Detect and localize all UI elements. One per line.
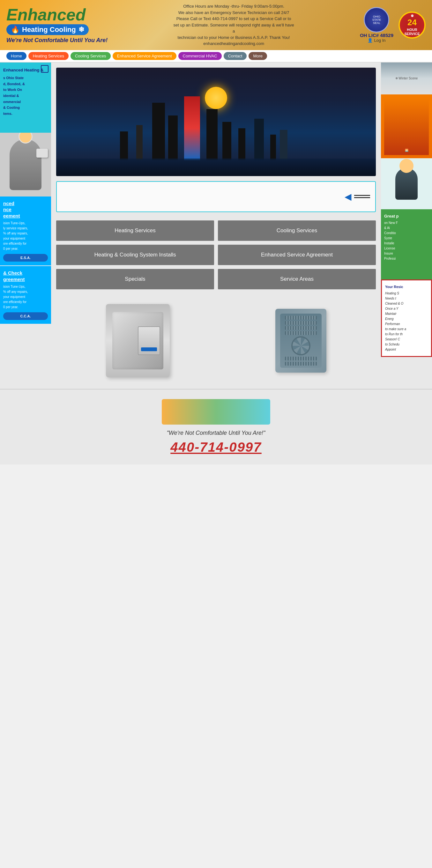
licensed-title: Enhanced Heating & xyxy=(3,67,48,73)
state-seal: OHIOSTATESEAL xyxy=(364,7,389,33)
lic-number: OH LIC# 48529 xyxy=(360,33,393,38)
right-technician-image xyxy=(381,158,432,209)
header: Enhanced 🔥 Heating Cooling ❄ We're Not C… xyxy=(0,0,432,50)
slide-arrow: ◀ xyxy=(345,191,370,202)
ac-grill-4 xyxy=(285,331,317,335)
building-6 xyxy=(238,128,245,160)
login-button[interactable]: 👤 Log In xyxy=(368,38,385,43)
tech-body xyxy=(395,168,418,200)
ac-grill-1 xyxy=(285,316,317,320)
nav-service-agreement[interactable]: Enhanced Service Agreement xyxy=(113,52,177,60)
hero-skyline xyxy=(56,68,376,176)
building-4 xyxy=(207,109,218,160)
ac-grill-5 xyxy=(285,356,317,361)
esa-button[interactable]: E.S.A. xyxy=(3,254,48,261)
esa-details: ision Tune-Ups, ly service repairs, % of… xyxy=(3,221,48,251)
building-3-tower xyxy=(184,96,200,160)
sunset-scene: 🌅 xyxy=(384,98,429,155)
ac-unit-body xyxy=(280,314,321,368)
snowflake-icon: ❄ xyxy=(79,26,84,34)
arrow-line-1 xyxy=(354,195,370,196)
furnace-image xyxy=(106,304,170,377)
red-promo-title: Your Resic xyxy=(385,284,428,290)
login-label: Log In xyxy=(374,38,385,43)
right-promo-red: Your Resic Heating S Needs t Cleaned & O… xyxy=(381,279,432,357)
installs-button[interactable]: Heating & Cooling System Installs xyxy=(56,245,214,265)
logo-sub-text: Heating Cooling xyxy=(22,26,76,34)
building-2 xyxy=(168,116,178,160)
sidebar-licensed-info: Enhanced Heating & s Ohio State d, Bonde… xyxy=(0,63,51,133)
nav-cooling[interactable]: Cooling Services xyxy=(70,52,111,60)
website-text: enhancedheatingandcooling.com xyxy=(173,40,295,47)
hour24-badge: ⏰ 24 HOUR SERVICE xyxy=(399,11,426,39)
licensed-lines: s Ohio State d, Bonded, & to Work On ide… xyxy=(3,75,48,117)
main-wrapper: Enhanced Heating & s Ohio State d, Bonde… xyxy=(0,63,432,389)
footer-tagline: "We're Not Comfortable Until You Are!" xyxy=(166,430,265,436)
nav-home[interactable]: Home xyxy=(6,52,27,60)
heating-services-button[interactable]: Heating Services xyxy=(56,220,214,241)
right-sidebar: ❄ Winter Scene 🌅 Great p on New F & Ai C… xyxy=(381,63,432,389)
sunset-label: 🌅 xyxy=(405,149,408,152)
sidebar-esa: ncednceeement ision Tune-Ups, ly service… xyxy=(0,196,51,266)
logo-area: Enhanced 🔥 Heating Cooling ❄ We're Not C… xyxy=(6,6,107,44)
service-areas-button[interactable]: Service Areas xyxy=(218,269,376,289)
hero-image xyxy=(56,68,376,176)
equipment-row xyxy=(56,298,376,384)
building-11 xyxy=(280,130,287,160)
building-9 xyxy=(254,119,264,160)
building-7 xyxy=(120,131,128,160)
tagline: We're Not Comfortable Until You Are! xyxy=(6,37,107,44)
user-icon: 👤 xyxy=(368,38,373,43)
building-8 xyxy=(136,125,143,160)
ac-grill-3 xyxy=(285,326,317,330)
sidebar-cca: & Checkgreement ision Tune-Ups, % off an… xyxy=(0,266,51,324)
nav-commercial[interactable]: Commercial HVAC xyxy=(178,52,222,60)
ac-unit-image xyxy=(275,309,327,373)
nav-more[interactable]: More xyxy=(249,52,267,60)
nav-contact[interactable]: Contact xyxy=(224,52,247,60)
moon-decoration xyxy=(205,87,227,109)
flame-icon: 🔥 xyxy=(11,26,20,34)
sidebar-thermostat-image xyxy=(0,133,51,196)
right-top-image: ❄ Winter Scene xyxy=(381,63,432,94)
footer-logo-row xyxy=(162,399,270,425)
service-text: SERVICE xyxy=(404,32,420,36)
logo-enhanced: Enhanced xyxy=(6,6,86,23)
slide-indicator: ◀ xyxy=(56,181,376,212)
header-center-info: Office Hours are Monday -thru- Friday 9:… xyxy=(173,3,295,47)
building-1 xyxy=(152,103,165,160)
nav-heating[interactable]: Heating Services xyxy=(28,52,69,60)
specials-button[interactable]: Specials xyxy=(56,269,214,289)
arrow-left-icon[interactable]: ◀ xyxy=(345,191,351,202)
technician-text: technician out to your Home or Business … xyxy=(173,34,295,41)
ac-grill-2 xyxy=(285,321,317,325)
building-5 xyxy=(222,122,231,160)
center-content: ◀ Heating Services Cooling Services Heat… xyxy=(51,63,381,389)
building-10 xyxy=(270,135,276,160)
agreement-button[interactable]: Enhanced Service Agreement xyxy=(218,245,376,265)
hour24-number: 24 xyxy=(407,18,417,27)
furnace-body xyxy=(112,312,163,369)
cooling-services-button[interactable]: Cooling Services xyxy=(218,220,376,241)
esa-title: ncednceeement xyxy=(3,200,48,219)
cca-button[interactable]: C.C.A. xyxy=(3,312,48,320)
ac-fan xyxy=(291,336,310,355)
water-reflection xyxy=(56,159,376,176)
services-grid: Heating Services Cooling Services Heatin… xyxy=(56,220,376,289)
footer-phone[interactable]: 440-714-0997 xyxy=(171,440,261,455)
red-promo-details: Heating S Needs t Cleaned & O Once a Y M… xyxy=(385,291,428,352)
snowy-scene-label: ❄ Winter Scene xyxy=(395,76,418,80)
ac-grill-6 xyxy=(285,362,317,366)
furnace-inner xyxy=(138,326,160,355)
right-mid-image: 🌅 xyxy=(381,94,432,158)
office-hours-text: Office Hours are Monday -thru- Friday 9:… xyxy=(173,3,295,9)
clock-icon: ⏰ xyxy=(410,14,414,18)
footer-logo-image xyxy=(162,399,270,425)
arrow-line-2 xyxy=(354,197,370,198)
hour-text: HOUR xyxy=(407,28,417,32)
green-promo-details: on New F & Ai Conditio Syste Installe Li… xyxy=(384,220,429,261)
logo-badge: 🔥 Heating Cooling ❄ xyxy=(6,24,89,35)
left-sidebar: Enhanced Heating & s Ohio State d, Bonde… xyxy=(0,63,51,389)
cca-details: ision Tune-Ups, % off any repairs, your … xyxy=(3,284,48,310)
estimate-text: set up an Estimate. Someone will respond… xyxy=(173,22,295,34)
